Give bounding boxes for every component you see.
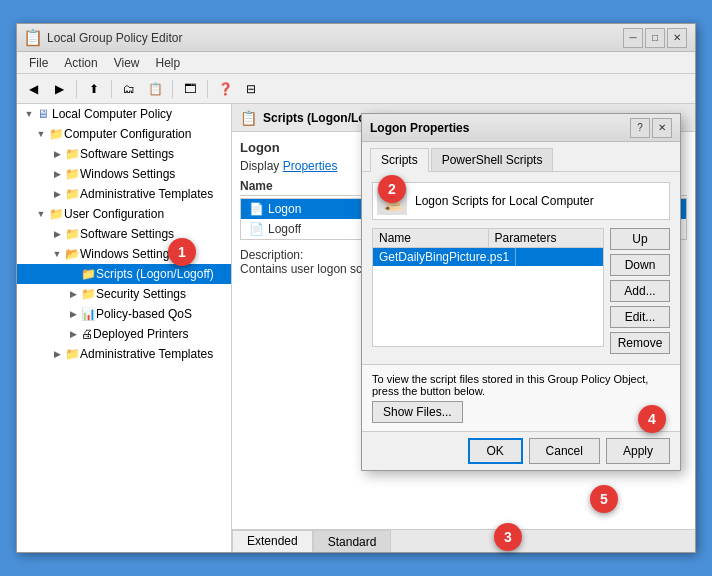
sidebar-item-software-settings-uc[interactable]: ▶ 📁 Software Settings [17, 224, 231, 244]
toolbar-separator [76, 80, 77, 98]
sidebar-item-policy-qos[interactable]: ▶ 📊 Policy-based QoS [17, 304, 231, 324]
sidebar-label-policy-qos: Policy-based QoS [96, 307, 192, 321]
sidebar-item-local-computer-policy[interactable]: ▼ 🖥 Local Computer Policy [17, 104, 231, 124]
back-button[interactable]: ◀ [21, 78, 45, 100]
app-icon: 📋 [25, 30, 41, 46]
ok-button[interactable]: OK [468, 438, 523, 464]
menu-help[interactable]: Help [148, 54, 189, 72]
sidebar-item-scripts-logon[interactable]: 📁 Scripts (Logon/Logoff) [17, 264, 231, 284]
help-toolbar-button[interactable]: ❓ [213, 78, 237, 100]
dialog-title-text: Logon Properties [370, 121, 630, 135]
apply-button[interactable]: Apply [606, 438, 670, 464]
tab-bar-bottom: Extended Standard [232, 529, 695, 552]
script-header: 📜 Logon Scripts for Local Computer [372, 182, 670, 220]
sidebar-item-computer-configuration[interactable]: ▼ 📁 Computer Configuration [17, 124, 231, 144]
dialog-tab-bar: Scripts PowerShell Scripts [362, 142, 680, 172]
folder-icon-ws-cc: 📁 [65, 167, 80, 181]
properties-link[interactable]: Properties [283, 159, 338, 173]
logoff-item-label: Logoff [268, 222, 301, 236]
dialog-tab-powershell[interactable]: PowerShell Scripts [431, 148, 554, 171]
up-button[interactable]: Up [610, 228, 670, 250]
expand-icon-printers: ▶ [65, 326, 81, 342]
add-button[interactable]: Add... [610, 280, 670, 302]
sidebar-item-admin-templates-cc[interactable]: ▶ 📁 Administrative Templates [17, 184, 231, 204]
forward-button[interactable]: ▶ [47, 78, 71, 100]
logon-item-label: Logon [268, 202, 301, 216]
sidebar-item-security-settings[interactable]: ▶ 📁 Security Settings [17, 284, 231, 304]
empty-rows [373, 266, 603, 346]
script-table-container: Name Parameters GetDailyBingPicture.ps1 [372, 228, 604, 347]
close-button[interactable]: ✕ [667, 28, 687, 48]
maximize-button[interactable]: □ [645, 28, 665, 48]
script-header-text: Logon Scripts for Local Computer [415, 194, 594, 208]
menu-view[interactable]: View [106, 54, 148, 72]
cancel-button[interactable]: Cancel [529, 438, 600, 464]
expand-icon-at-uc: ▶ [49, 346, 65, 362]
tab-standard[interactable]: Standard [313, 530, 392, 552]
expand-icon-qos: ▶ [65, 306, 81, 322]
menu-file[interactable]: File [21, 54, 56, 72]
sidebar-item-admin-templates-uc[interactable]: ▶ 📁 Administrative Templates [17, 344, 231, 364]
menu-action[interactable]: Action [56, 54, 105, 72]
dialog-body: 📜 Logon Scripts for Local Computer Name … [362, 172, 680, 364]
expand-icon-scripts [65, 266, 81, 282]
toolbar-separator-3 [172, 80, 173, 98]
dialog-tab-scripts[interactable]: Scripts [370, 148, 429, 172]
sidebar: ▼ 🖥 Local Computer Policy ▼ 📁 Computer C… [17, 104, 232, 552]
show-files-button[interactable]: Show Files... [372, 401, 463, 423]
folder-icon-printers: 🖨 [81, 327, 93, 341]
folder-icon-at-uc: 📁 [65, 347, 80, 361]
edit-button[interactable]: Edit... [610, 306, 670, 328]
toolbar-separator-4 [207, 80, 208, 98]
sidebar-label-scripts-logon: Scripts (Logon/Logoff) [96, 267, 214, 281]
expand-icon-uc: ▼ [33, 206, 49, 222]
folder-icon-security: 📁 [81, 287, 96, 301]
table-header-row: Name Parameters [373, 229, 603, 248]
folder-icon-ss-uc: 📁 [65, 227, 80, 241]
sidebar-label-windows-settings-cc: Windows Settings [80, 167, 175, 181]
logon-properties-dialog: Logon Properties ? ✕ Scripts PowerShell … [361, 113, 681, 471]
console-button[interactable]: ⊟ [239, 78, 263, 100]
remove-button[interactable]: Remove [610, 332, 670, 354]
properties-button[interactable]: 📋 [143, 78, 167, 100]
dialog-title-buttons: ? ✕ [630, 118, 672, 138]
sidebar-label-software-settings-cc: Software Settings [80, 147, 174, 161]
folder-icon-cc: 📁 [49, 127, 64, 141]
sidebar-label-windows-settings-uc: Windows Settings [80, 247, 175, 261]
dialog-help-button[interactable]: ? [630, 118, 650, 138]
folder-icon-qos: 📊 [81, 307, 96, 321]
expand-icon-at-cc: ▶ [49, 186, 65, 202]
toolbar: ◀ ▶ ⬆ 🗂 📋 🗔 ❓ ⊟ [17, 74, 695, 104]
new-window-button[interactable]: 🗔 [178, 78, 202, 100]
title-bar: 📋 Local Group Policy Editor ─ □ ✕ [17, 24, 695, 52]
table-row-selected[interactable]: GetDailyBingPicture.ps1 [373, 248, 603, 266]
script-table-wrapper: Name Parameters GetDailyBingPicture.ps1 [372, 228, 604, 353]
table-and-buttons: Name Parameters GetDailyBingPicture.ps1 … [372, 228, 670, 354]
show-hide-button[interactable]: 🗂 [117, 78, 141, 100]
down-button[interactable]: Down [610, 254, 670, 276]
sidebar-label-deployed-printers: Deployed Printers [93, 327, 188, 341]
toolbar-separator-2 [111, 80, 112, 98]
show-files-description: To view the script files stored in this … [372, 373, 670, 397]
sidebar-label-computer-configuration: Computer Configuration [64, 127, 191, 141]
description-label: Description: [240, 248, 303, 262]
dialog-window: Logon Properties ? ✕ Scripts PowerShell … [361, 113, 681, 471]
sidebar-label-security-settings: Security Settings [96, 287, 186, 301]
dialog-footer: OK Cancel Apply [362, 431, 680, 470]
expand-icon-ws-uc: ▼ [49, 246, 65, 262]
minimize-button[interactable]: ─ [623, 28, 643, 48]
side-buttons: Up Down Add... Edit... Remove [610, 228, 670, 354]
tab-extended[interactable]: Extended [232, 530, 313, 552]
sidebar-item-user-configuration[interactable]: ▼ 📁 User Configuration [17, 204, 231, 224]
sidebar-item-deployed-printers[interactable]: ▶ 🖨 Deployed Printers [17, 324, 231, 344]
folder-icon-uc: 📁 [49, 207, 64, 221]
expand-icon: ▼ [21, 106, 37, 122]
sidebar-item-windows-settings-uc[interactable]: ▼ 📂 Windows Settings [17, 244, 231, 264]
pane-header-icon: 📋 [240, 110, 257, 126]
dialog-close-button[interactable]: ✕ [652, 118, 672, 138]
sidebar-item-windows-settings-cc[interactable]: ▶ 📁 Windows Settings [17, 164, 231, 184]
sidebar-item-software-settings-cc[interactable]: ▶ 📁 Software Settings [17, 144, 231, 164]
folder-icon-scripts: 📁 [81, 267, 96, 281]
window-title: Local Group Policy Editor [47, 31, 623, 45]
up-button[interactable]: ⬆ [82, 78, 106, 100]
